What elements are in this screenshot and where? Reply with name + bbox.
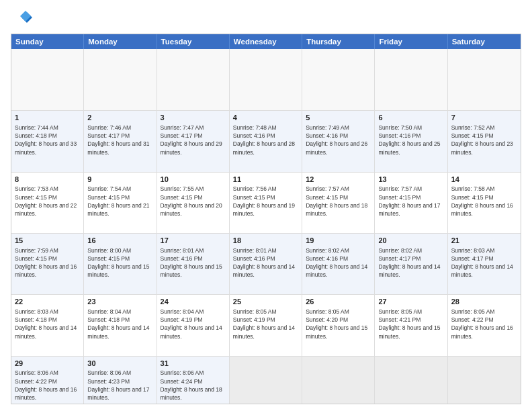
- calendar-cell: 5Sunrise: 7:49 AMSunset: 4:16 PMDaylight…: [302, 111, 375, 171]
- calendar-row-5: 29Sunrise: 8:06 AMSunset: 4:22 PMDayligh…: [11, 356, 521, 404]
- calendar-cell: 9Sunrise: 7:54 AMSunset: 4:15 PMDaylight…: [84, 173, 157, 233]
- cell-info: Sunrise: 7:56 AMSunset: 4:15 PMDaylight:…: [233, 185, 295, 216]
- calendar: SundayMondayTuesdayWednesdayThursdayFrid…: [11, 34, 521, 404]
- calendar-row-0: [11, 49, 521, 110]
- calendar-cell: 24Sunrise: 8:04 AMSunset: 4:19 PMDayligh…: [157, 295, 230, 355]
- day-number: 15: [15, 236, 80, 246]
- header-day-sunday: Sunday: [11, 34, 84, 49]
- day-number: 7: [451, 113, 517, 123]
- calendar-cell: 19Sunrise: 8:02 AMSunset: 4:16 PMDayligh…: [302, 234, 375, 294]
- day-number: 18: [233, 236, 298, 246]
- header-day-wednesday: Wednesday: [230, 34, 302, 49]
- calendar-cell: 3Sunrise: 7:47 AMSunset: 4:17 PMDaylight…: [157, 111, 230, 171]
- day-number: 13: [378, 175, 443, 185]
- calendar-row-1: 1Sunrise: 7:44 AMSunset: 4:18 PMDaylight…: [11, 110, 521, 171]
- day-number: 14: [451, 175, 517, 185]
- cell-info: Sunrise: 8:05 AMSunset: 4:21 PMDaylight:…: [378, 308, 440, 339]
- calendar-cell: 8Sunrise: 7:53 AMSunset: 4:15 PMDaylight…: [11, 173, 84, 233]
- cell-info: Sunrise: 7:47 AMSunset: 4:17 PMDaylight:…: [161, 124, 222, 155]
- cell-info: Sunrise: 8:05 AMSunset: 4:19 PMDaylight:…: [233, 308, 295, 339]
- calendar-cell: 14Sunrise: 7:58 AMSunset: 4:15 PMDayligh…: [448, 173, 521, 233]
- cell-info: Sunrise: 8:04 AMSunset: 4:18 PMDaylight:…: [87, 308, 149, 339]
- calendar-cell: [448, 357, 521, 404]
- cell-info: Sunrise: 7:52 AMSunset: 4:15 PMDaylight:…: [451, 124, 513, 155]
- page: SundayMondayTuesdayWednesdayThursdayFrid…: [0, 0, 532, 411]
- day-number: 5: [306, 113, 371, 123]
- header-day-tuesday: Tuesday: [157, 34, 230, 49]
- header-day-saturday: Saturday: [448, 34, 521, 49]
- day-number: 30: [87, 359, 152, 369]
- day-number: 17: [161, 236, 226, 246]
- logo-area: [11, 8, 34, 30]
- cell-info: Sunrise: 8:06 AMSunset: 4:24 PMDaylight:…: [161, 369, 222, 400]
- calendar-cell: 23Sunrise: 8:04 AMSunset: 4:18 PMDayligh…: [84, 295, 157, 355]
- day-number: 3: [161, 113, 226, 123]
- day-number: 28: [451, 297, 517, 307]
- day-number: 24: [161, 297, 226, 307]
- day-number: 2: [87, 113, 152, 123]
- calendar-cell: 27Sunrise: 8:05 AMSunset: 4:21 PMDayligh…: [375, 295, 447, 355]
- calendar-cell: 15Sunrise: 7:59 AMSunset: 4:15 PMDayligh…: [11, 234, 84, 294]
- day-number: 26: [306, 297, 371, 307]
- calendar-cell: 2Sunrise: 7:46 AMSunset: 4:17 PMDaylight…: [84, 111, 157, 171]
- cell-info: Sunrise: 7:58 AMSunset: 4:15 PMDaylight:…: [451, 185, 513, 216]
- calendar-cell: [375, 49, 447, 110]
- cell-info: Sunrise: 8:01 AMSunset: 4:16 PMDaylight:…: [161, 247, 222, 278]
- calendar-cell: 28Sunrise: 8:05 AMSunset: 4:22 PMDayligh…: [448, 295, 521, 355]
- day-number: 27: [378, 297, 443, 307]
- header: [11, 8, 521, 30]
- calendar-cell: 31Sunrise: 8:06 AMSunset: 4:24 PMDayligh…: [157, 357, 230, 404]
- calendar-cell: 18Sunrise: 8:01 AMSunset: 4:16 PMDayligh…: [230, 234, 302, 294]
- cell-info: Sunrise: 8:06 AMSunset: 4:23 PMDaylight:…: [87, 369, 149, 400]
- day-number: 11: [233, 175, 298, 185]
- calendar-cell: [448, 49, 521, 110]
- calendar-cell: 13Sunrise: 7:57 AMSunset: 4:15 PMDayligh…: [375, 173, 447, 233]
- day-number: 29: [15, 359, 80, 369]
- logo-icon: [11, 8, 32, 30]
- day-number: 8: [15, 175, 80, 185]
- calendar-cell: 4Sunrise: 7:48 AMSunset: 4:16 PMDaylight…: [230, 111, 302, 171]
- calendar-body: 1Sunrise: 7:44 AMSunset: 4:18 PMDaylight…: [11, 49, 521, 404]
- calendar-cell: [230, 49, 302, 110]
- calendar-cell: 20Sunrise: 8:02 AMSunset: 4:17 PMDayligh…: [375, 234, 447, 294]
- calendar-cell: 6Sunrise: 7:50 AMSunset: 4:16 PMDaylight…: [375, 111, 447, 171]
- cell-info: Sunrise: 7:49 AMSunset: 4:16 PMDaylight:…: [306, 124, 367, 155]
- cell-info: Sunrise: 8:05 AMSunset: 4:20 PMDaylight:…: [306, 308, 367, 339]
- day-number: 6: [378, 113, 443, 123]
- day-number: 1: [15, 113, 80, 123]
- calendar-cell: 29Sunrise: 8:06 AMSunset: 4:22 PMDayligh…: [11, 357, 84, 404]
- cell-info: Sunrise: 7:59 AMSunset: 4:15 PMDaylight:…: [15, 247, 77, 278]
- calendar-cell: [302, 357, 375, 404]
- calendar-cell: 30Sunrise: 8:06 AMSunset: 4:23 PMDayligh…: [84, 357, 157, 404]
- calendar-row-2: 8Sunrise: 7:53 AMSunset: 4:15 PMDaylight…: [11, 172, 521, 233]
- day-number: 23: [87, 297, 152, 307]
- day-number: 10: [161, 175, 226, 185]
- calendar-cell: 22Sunrise: 8:03 AMSunset: 4:18 PMDayligh…: [11, 295, 84, 355]
- calendar-cell: 25Sunrise: 8:05 AMSunset: 4:19 PMDayligh…: [230, 295, 302, 355]
- header-day-monday: Monday: [84, 34, 157, 49]
- cell-info: Sunrise: 8:04 AMSunset: 4:19 PMDaylight:…: [161, 308, 222, 339]
- header-day-thursday: Thursday: [302, 34, 375, 49]
- cell-info: Sunrise: 7:53 AMSunset: 4:15 PMDaylight:…: [15, 185, 77, 216]
- cell-info: Sunrise: 7:55 AMSunset: 4:15 PMDaylight:…: [161, 185, 222, 216]
- cell-info: Sunrise: 7:57 AMSunset: 4:15 PMDaylight:…: [306, 185, 367, 216]
- calendar-cell: 12Sunrise: 7:57 AMSunset: 4:15 PMDayligh…: [302, 173, 375, 233]
- calendar-cell: 17Sunrise: 8:01 AMSunset: 4:16 PMDayligh…: [157, 234, 230, 294]
- calendar-cell: 7Sunrise: 7:52 AMSunset: 4:15 PMDaylight…: [448, 111, 521, 171]
- day-number: 20: [378, 236, 443, 246]
- calendar-cell: 16Sunrise: 8:00 AMSunset: 4:15 PMDayligh…: [84, 234, 157, 294]
- cell-info: Sunrise: 7:44 AMSunset: 4:18 PMDaylight:…: [15, 124, 77, 155]
- calendar-cell: [302, 49, 375, 110]
- cell-info: Sunrise: 7:54 AMSunset: 4:15 PMDaylight:…: [87, 185, 149, 216]
- calendar-row-3: 15Sunrise: 7:59 AMSunset: 4:15 PMDayligh…: [11, 233, 521, 294]
- calendar-cell: [375, 357, 447, 404]
- calendar-cell: [84, 49, 157, 110]
- calendar-cell: 1Sunrise: 7:44 AMSunset: 4:18 PMDaylight…: [11, 111, 84, 171]
- cell-info: Sunrise: 8:05 AMSunset: 4:22 PMDaylight:…: [451, 308, 513, 339]
- cell-info: Sunrise: 8:01 AMSunset: 4:16 PMDaylight:…: [233, 247, 295, 278]
- day-number: 22: [15, 297, 80, 307]
- day-number: 4: [233, 113, 298, 123]
- cell-info: Sunrise: 8:03 AMSunset: 4:18 PMDaylight:…: [15, 308, 77, 339]
- cell-info: Sunrise: 8:02 AMSunset: 4:16 PMDaylight:…: [306, 247, 367, 278]
- cell-info: Sunrise: 8:00 AMSunset: 4:15 PMDaylight:…: [87, 247, 149, 278]
